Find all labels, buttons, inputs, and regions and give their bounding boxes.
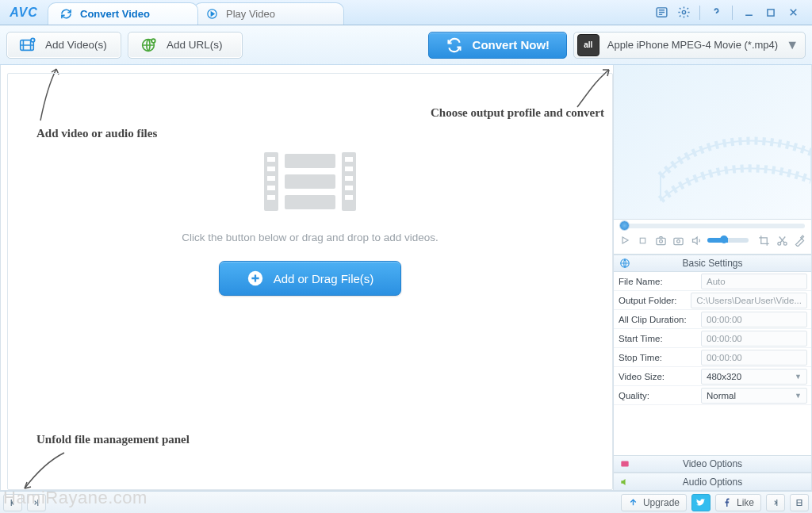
status-bar: Upgrade Like [0,491,812,513]
close-button[interactable] [783,4,802,21]
settings-value-text: 00:00:00 [707,315,742,324]
section-label: Video Options [683,458,742,469]
svg-rect-12 [285,195,335,209]
settings-icon[interactable] [674,4,693,21]
button-label: Add URL(s) [167,39,223,51]
settings-value[interactable]: Auto [701,274,807,289]
settings-value-text: Normal [707,391,736,400]
crop-icon[interactable] [758,233,771,247]
twitter-button[interactable] [691,494,710,511]
cut-icon[interactable] [776,233,788,247]
panel-collapse-right-button[interactable] [766,494,785,511]
button-label: Upgrade [643,497,680,508]
settings-row: Quality:Normal▼ [614,386,811,405]
svg-point-28 [677,239,680,243]
button-label: Like [737,497,754,508]
tab-label: Convert Video [80,8,150,20]
settings-value-text: Auto [707,277,726,286]
preview-area [614,65,811,220]
settings-value[interactable]: Normal▼ [701,388,807,404]
output-profile-selector[interactable]: all Apple iPhone MPEG-4 Movie (*.mp4) ▼ [573,32,806,59]
section-label: Audio Options [683,477,742,488]
video-icon [619,457,631,470]
effects-icon[interactable] [794,233,806,247]
play-circle-icon [205,8,218,21]
svg-point-2 [682,10,685,13]
button-label: Add or Drag File(s) [274,272,374,285]
chevron-down-icon: ▼ [795,373,802,381]
svg-rect-27 [674,238,683,244]
settings-row: Output Folder:C:\Users\DearUser\Vide... [614,291,811,310]
volume-icon[interactable] [690,233,703,247]
snapshot-folder-icon[interactable] [672,233,684,247]
settings-row: All Clip Duration:00:00:00 [614,310,811,329]
svg-rect-14 [267,167,275,171]
svg-rect-10 [285,154,335,168]
drop-zone[interactable]: Click the button below or drag and drop … [7,73,613,490]
button-label: Convert Now! [473,38,550,52]
window-controls [642,0,812,25]
main-tabs: Convert Video Play Video [48,0,642,25]
upload-icon [628,497,638,507]
add-drag-files-button[interactable]: Add or Drag File(s) [219,261,401,296]
tab-convert-video[interactable]: Convert Video [48,2,198,25]
facebook-icon [722,498,732,507]
settings-value-text: 480x320 [707,372,741,381]
settings-key: Quality: [614,391,697,400]
settings-value[interactable]: 480x320▼ [701,369,807,385]
audio-icon [619,476,631,488]
svg-rect-22 [345,195,353,200]
refresh-icon [59,8,72,21]
activity-icon[interactable] [652,4,671,21]
svg-rect-16 [267,186,275,190]
tab-play-video[interactable]: Play Video [193,2,344,25]
svg-rect-11 [285,174,335,189]
app-logo: AVC [0,0,48,25]
settings-key: All Clip Duration: [614,315,697,324]
convert-now-button[interactable]: Convert Now! [428,32,567,59]
add-urls-button[interactable]: Add URL(s) [128,32,243,59]
settings-value[interactable]: 00:00:00 [701,312,807,327]
help-icon[interactable] [707,4,726,21]
filmstrip-graphic-icon [653,113,811,208]
svg-rect-21 [345,186,353,190]
titlebar: AVC Convert Video Play Video [0,0,812,25]
settings-row: Start Time:00:00:00 [614,329,811,348]
minimize-button[interactable] [739,4,758,21]
facebook-like-button[interactable]: Like [715,494,761,511]
globe-icon [619,257,631,270]
player-controls [614,220,811,255]
svg-rect-17 [267,195,275,200]
settings-key: File Name: [614,277,697,286]
chevron-down-icon: ▼ [795,392,802,400]
basic-settings-header[interactable]: Basic Settings [614,255,811,272]
play-icon[interactable] [619,233,631,247]
film-graphic-icon [262,149,358,217]
settings-value[interactable]: C:\Users\DearUser\Vide... [691,293,807,308]
upgrade-button[interactable]: Upgrade [621,494,687,511]
snapshot-icon[interactable] [654,233,667,247]
svg-rect-15 [267,176,275,181]
chevron-down-icon: ▼ [786,38,799,52]
add-videos-button[interactable]: Add Video(s) [6,32,121,59]
volume-slider[interactable] [707,238,748,243]
svg-rect-18 [345,157,353,162]
audio-options-header[interactable]: Audio Options [614,473,811,490]
svg-rect-25 [657,238,665,244]
annotation-arrow-output [569,63,617,111]
progress-bar[interactable] [620,224,805,228]
annotation-choose-output: Choose output profile and convert [431,106,772,120]
settings-value-text: 00:00:00 [707,353,742,362]
settings-value[interactable]: 00:00:00 [701,350,807,366]
drop-hint: Click the button below or drag and drop … [182,232,438,243]
panel-expand-right-button[interactable] [790,494,809,511]
settings-value[interactable]: 00:00:00 [701,331,807,346]
video-options-header[interactable]: Video Options [614,455,811,473]
svg-rect-20 [345,176,353,181]
settings-key: Output Folder: [614,296,687,305]
svg-rect-19 [345,167,353,171]
twitter-icon [695,497,706,507]
profile-label: Apple iPhone MPEG-4 Movie (*.mp4) [607,39,778,51]
maximize-button[interactable] [761,4,780,21]
stop-icon[interactable] [636,233,649,247]
